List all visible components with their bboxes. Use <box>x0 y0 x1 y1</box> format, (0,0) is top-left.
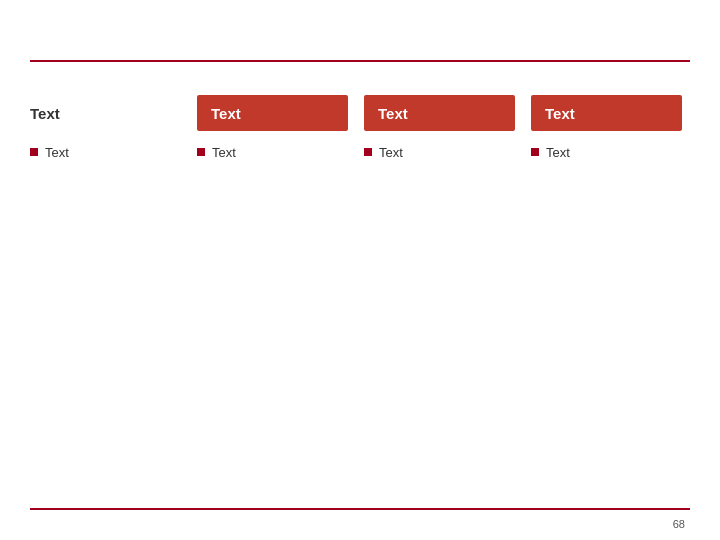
column-3-header: Text <box>364 95 515 131</box>
column-2-bullet-1-text: Text <box>212 145 236 160</box>
column-2: TextText <box>189 95 356 160</box>
column-4-bullet-1-text: Text <box>546 145 570 160</box>
columns-row: TextTextTextTextTextTextTextText <box>30 95 690 160</box>
column-4: TextText <box>523 95 690 160</box>
main-content: TextTextTextTextTextTextTextText <box>30 75 690 495</box>
page-number: 68 <box>673 518 685 530</box>
column-2-header: Text <box>197 95 348 131</box>
column-3-bullet-1-text: Text <box>379 145 403 160</box>
column-1-header: Text <box>30 95 181 131</box>
column-1-bullet-1-text: Text <box>45 145 69 160</box>
bottom-border <box>30 508 690 510</box>
column-3: TextText <box>356 95 523 160</box>
bullet-square-icon <box>30 148 38 156</box>
column-4-header: Text <box>531 95 682 131</box>
top-border <box>30 60 690 62</box>
bullet-square-icon <box>531 148 539 156</box>
column-1-bullet-1: Text <box>30 145 181 160</box>
column-3-bullet-1: Text <box>364 145 515 160</box>
column-4-bullet-1: Text <box>531 145 682 160</box>
column-1: TextText <box>30 95 189 160</box>
bullet-square-icon <box>364 148 372 156</box>
column-2-bullet-1: Text <box>197 145 348 160</box>
bullet-square-icon <box>197 148 205 156</box>
